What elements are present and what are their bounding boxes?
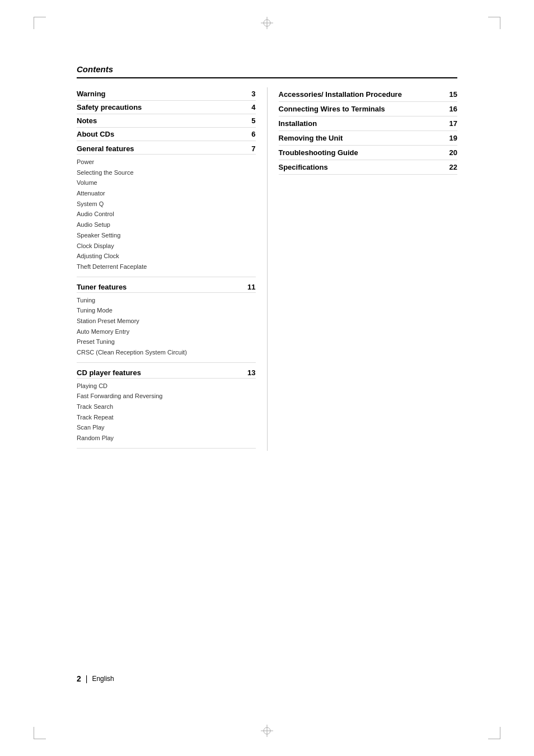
toc-page-cd-player: 13 xyxy=(247,368,255,377)
toc-label-installation: Installation xyxy=(279,119,317,128)
toc-page-notes: 5 xyxy=(251,116,255,125)
toc-label-tuner-features: Tuner features xyxy=(77,283,127,291)
corner-mark-top-right xyxy=(488,17,500,29)
page-language: English xyxy=(92,675,114,683)
toc-label-notes: Notes xyxy=(77,116,97,125)
toc-subitem-auto-memory-entry: Auto Memory Entry xyxy=(77,326,256,337)
toc-subitem-speaker-setting: Speaker Setting xyxy=(77,230,256,241)
toc-subitem-power: Power xyxy=(77,157,256,167)
toc-page-general-features: 7 xyxy=(251,144,255,153)
toc-entry-notes: Notes 5 xyxy=(77,114,256,128)
toc-entry-troubleshooting: Troubleshooting Guide 20 xyxy=(279,146,458,160)
toc-entry-installation: Installation 17 xyxy=(279,116,458,131)
toc-label-general-features: General features xyxy=(77,144,134,153)
toc-sub-tuner-features: Tuning Tuning Mode Station Preset Memory… xyxy=(77,293,256,363)
toc-page-removing-unit: 19 xyxy=(449,134,457,142)
toc-label-connecting-wires: Connecting Wires to Terminals xyxy=(279,105,385,113)
toc-page-troubleshooting: 20 xyxy=(449,148,457,157)
toc-subitem-audio-control: Audio Control xyxy=(77,209,256,220)
toc-right-column: Accessories/ Installation Procedure 15 C… xyxy=(268,87,458,451)
toc-subitem-clock-display: Clock Display xyxy=(77,241,256,251)
page-footer: 2 | English xyxy=(77,674,114,683)
toc-subitem-selecting-source: Selecting the Source xyxy=(77,167,256,178)
toc-label-safety: Safety precautions xyxy=(77,103,142,111)
toc-sub-cd-player: Playing CD Fast Forwarding and Reversing… xyxy=(77,379,256,449)
toc-entry-removing-unit: Removing the Unit 19 xyxy=(279,131,458,146)
toc-label-warning: Warning xyxy=(77,90,106,98)
corner-mark-top-left xyxy=(34,17,46,29)
toc-page-connecting-wires: 16 xyxy=(449,105,457,113)
page-title: Contents xyxy=(77,64,457,78)
toc-page-warning: 3 xyxy=(251,90,255,98)
corner-mark-bottom-right xyxy=(488,727,500,739)
toc-layout: Warning 3 Safety precautions 4 Notes 5 A… xyxy=(77,87,457,451)
toc-subitem-playing-cd: Playing CD xyxy=(77,381,256,391)
toc-entry-safety: Safety precautions 4 xyxy=(77,101,256,114)
toc-subitem-tuning-mode: Tuning Mode xyxy=(77,305,256,316)
toc-subitem-fast-forwarding: Fast Forwarding and Reversing xyxy=(77,391,256,402)
toc-subitem-adjusting-clock: Adjusting Clock xyxy=(77,251,256,262)
toc-entry-about-cds: About CDs 6 xyxy=(77,128,256,141)
toc-page-tuner-features: 11 xyxy=(247,283,255,291)
toc-page-accessories: 15 xyxy=(449,90,457,99)
toc-page-installation: 17 xyxy=(449,119,457,128)
toc-page-safety: 4 xyxy=(251,103,255,111)
toc-subitem-track-search: Track Search xyxy=(77,402,256,412)
crosshair-bottom xyxy=(261,725,273,739)
crosshair-top xyxy=(261,17,273,31)
toc-subitem-volume: Volume xyxy=(77,178,256,188)
toc-label-removing-unit: Removing the Unit xyxy=(279,134,343,142)
toc-subitem-scan-play: Scan Play xyxy=(77,422,256,433)
corner-mark-bottom-left xyxy=(34,727,46,739)
toc-subitem-system-q: System Q xyxy=(77,199,256,209)
toc-section-cd-player: CD player features 13 xyxy=(77,365,256,379)
toc-section-general-features: General features 7 xyxy=(77,141,256,155)
toc-section-tuner-features: Tuner features 11 xyxy=(77,279,256,293)
toc-page-specifications: 22 xyxy=(449,163,457,171)
toc-page-about-cds: 6 xyxy=(251,130,255,138)
toc-subitem-tuning: Tuning xyxy=(77,295,256,306)
page-separator: | xyxy=(86,674,88,683)
toc-subitem-crsc: CRSC (Clean Reception System Circuit) xyxy=(77,347,256,358)
toc-subitem-attenuator: Attenuator xyxy=(77,188,256,199)
toc-sub-general-features: Power Selecting the Source Volume Attenu… xyxy=(77,155,256,277)
toc-entry-specifications: Specifications 22 xyxy=(279,160,458,175)
toc-subitem-random-play: Random Play xyxy=(77,433,256,444)
toc-subitem-audio-setup: Audio Setup xyxy=(77,220,256,230)
toc-label-about-cds: About CDs xyxy=(77,130,114,138)
toc-label-accessories: Accessories/ Installation Procedure xyxy=(279,90,402,99)
toc-entry-connecting-wires: Connecting Wires to Terminals 16 xyxy=(279,102,458,116)
toc-label-troubleshooting: Troubleshooting Guide xyxy=(279,148,358,157)
toc-entry-accessories: Accessories/ Installation Procedure 15 xyxy=(279,87,458,102)
toc-subitem-theft-deterrent: Theft Deterrent Faceplate xyxy=(77,262,256,272)
toc-label-cd-player: CD player features xyxy=(77,368,141,377)
toc-subitem-station-preset-memory: Station Preset Memory xyxy=(77,316,256,326)
toc-left-column: Warning 3 Safety precautions 4 Notes 5 A… xyxy=(77,87,268,451)
toc-label-specifications: Specifications xyxy=(279,163,328,171)
toc-subitem-preset-tuning: Preset Tuning xyxy=(77,337,256,347)
toc-subitem-track-repeat: Track Repeat xyxy=(77,412,256,423)
toc-entry-warning: Warning 3 xyxy=(77,87,256,101)
page-number: 2 xyxy=(77,674,81,683)
